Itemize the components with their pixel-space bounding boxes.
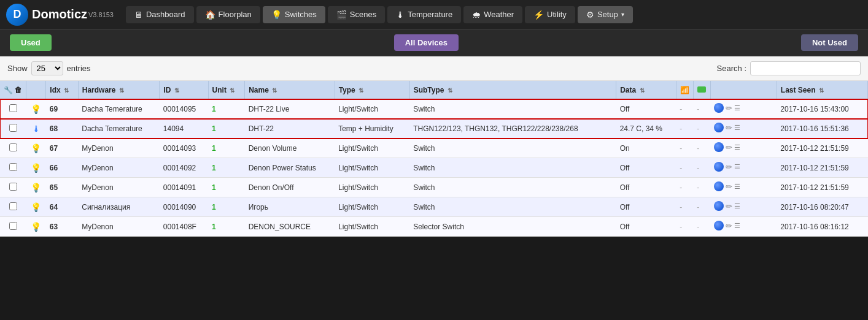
row-hardware: MyDenon [78,158,160,178]
bulb-off-icon: 💡 [31,202,41,212]
show-entries-area: Show 10 25 50 100 entries [7,61,91,75]
row-name: Denon On/Off [245,178,335,197]
row-name: Denon Volume [245,139,335,158]
nav-tab-weather[interactable]: 🌧 Weather [463,6,522,23]
nav-tab-dashboard-label: Dashboard [146,10,185,19]
nav-tab-setup[interactable]: ⚙ Setup [578,6,633,23]
th-data[interactable]: Data ⇅ [616,81,676,99]
row-hardware: MyDenon [78,217,160,237]
row-checkbox[interactable] [9,202,17,210]
row-idx: 66 [46,158,78,178]
header: D Domoticz V3.8153 🖥 Dashboard 🏠 Floorpl… [0,0,868,29]
row-battery: - [693,99,710,119]
show-label: Show [7,64,28,73]
row-type: Light/Switch [335,197,409,217]
row-data: Off [616,217,676,237]
table-body: 💡 69 Dacha Temerature 00014095 1 DHT-22 … [0,99,868,237]
logo-name: Domoticz [32,7,87,21]
nav-tab-switches[interactable]: 💡 Switches [263,6,325,23]
bulb-on-icon: 💡 [31,222,41,232]
nav-tab-utility[interactable]: ⚡ Utility [525,6,575,23]
th-subtype[interactable]: SubType ⇅ [409,81,616,99]
battery-icon [697,86,706,93]
tools-icon: 🔧 [4,86,13,94]
row-checkbox-cell [0,178,26,197]
list-icon: ☰ [734,163,740,171]
search-area: Search : [717,61,861,75]
all-devices-button[interactable]: All Devices [394,34,459,51]
th-signal: 📶 [676,81,693,99]
row-subtype: THGN122/123, THGN132, THGR122/228/238/26… [409,119,616,139]
row-bulb-cell: 💡 [26,217,46,237]
th-idx[interactable]: Idx ⇅ [46,81,78,99]
row-signal: - [676,217,693,237]
row-unit: 1 [208,139,245,158]
row-lastseen: 2017-10-16 08:16:12 [777,217,867,237]
nav-tab-temperature-label: Temperature [408,10,452,19]
main-nav: 🖥 Dashboard 🏠 Floorplan 💡 Switches 🎬 Sce… [126,6,633,23]
row-checkbox[interactable] [9,222,17,230]
bulb-off-icon: 💡 [31,143,41,153]
row-bulb-cell: 💡 [26,158,46,178]
list-icon: ☰ [734,104,740,112]
nav-tab-scenes[interactable]: 🎬 Scenes [328,6,385,23]
row-lastseen: 2017-10-16 15:43:00 [777,99,867,119]
th-type[interactable]: Type ⇅ [335,81,409,99]
not-used-button[interactable]: Not Used [801,34,858,51]
row-subtype: Switch [409,99,616,119]
row-actions: ✏ ☰ [710,197,777,217]
nav-tab-floorplan[interactable]: 🏠 Floorplan [196,6,260,23]
row-bulb-cell: 💡 [26,197,46,217]
row-data: Off [616,197,676,217]
th-unit[interactable]: Unit ⇅ [208,81,245,99]
th-name[interactable]: Name ⇅ [245,81,335,99]
row-id: 14094 [160,119,208,139]
table-controls: Show 10 25 50 100 entries Search : [0,56,868,81]
row-signal: - [676,119,693,139]
row-battery: - [693,139,710,158]
search-input[interactable] [750,61,861,75]
row-name: DHT-22 Live [245,99,335,119]
signal-icon: 📶 [680,86,689,94]
bulb-off-icon: 💡 [31,104,41,114]
row-name: DENON_SOURCE [245,217,335,237]
row-checkbox-cell [0,197,26,217]
utility-icon: ⚡ [533,10,544,20]
row-lastseen: 2017-10-16 08:20:47 [777,197,867,217]
nav-tab-dashboard[interactable]: 🖥 Dashboard [126,6,194,23]
nav-tab-temperature[interactable]: 🌡 Temperature [387,6,461,23]
row-idx: 65 [46,178,78,197]
th-hardware[interactable]: Hardware ⇅ [78,81,160,99]
used-button[interactable]: Used [10,34,52,51]
row-battery: - [693,158,710,178]
row-checkbox-cell [0,119,26,139]
row-checkbox[interactable] [9,163,17,171]
row-data: 24.7 C, 34 % [616,119,676,139]
row-lastseen: 2017-10-12 21:51:59 [777,178,867,197]
table-row: 💡 66 MyDenon 00014092 1 Denon Power Stat… [0,158,868,178]
row-data: Off [616,99,676,119]
nav-tab-floorplan-label: Floorplan [219,10,252,19]
th-lastseen[interactable]: Last Seen ⇅ [777,81,867,99]
row-id: 00014092 [160,158,208,178]
pencil-icon: ✏ [726,202,732,211]
row-idx: 68 [46,119,78,139]
th-id[interactable]: ID ⇅ [160,81,208,99]
row-checkbox[interactable] [9,143,17,151]
row-hardware: MyDenon [78,178,160,197]
row-type: Light/Switch [335,99,409,119]
nav-tab-switches-label: Switches [285,10,317,19]
pencil-icon: ✏ [726,104,732,113]
row-checkbox[interactable] [9,104,17,112]
table-row: 💡 64 Сигнализация 00014090 1 Игорь Light… [0,197,868,217]
row-actions: ✏ ☰ [710,158,777,178]
row-battery: - [693,197,710,217]
pencil-icon: ✏ [726,162,732,172]
row-data: Off [616,178,676,197]
entries-select[interactable]: 10 25 50 100 [31,61,63,75]
row-actions: ✏ ☰ [710,178,777,197]
table-row: 💡 69 Dacha Temerature 00014095 1 DHT-22 … [0,99,868,119]
search-label: Search : [717,64,746,73]
row-checkbox[interactable] [9,124,17,132]
row-checkbox[interactable] [9,183,17,191]
